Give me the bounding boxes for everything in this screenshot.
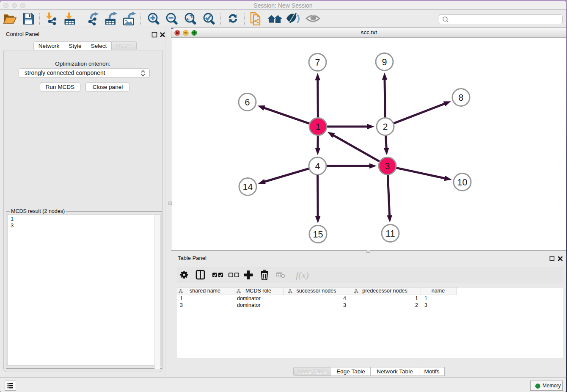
svg-text:9: 9 <box>382 57 387 67</box>
svg-text:6: 6 <box>245 97 250 108</box>
svg-text:f(x): f(x) <box>296 270 309 280</box>
svg-text:3: 3 <box>385 161 390 171</box>
svg-text:10: 10 <box>457 177 468 188</box>
svg-text:15: 15 <box>313 229 323 240</box>
svg-text:11: 11 <box>385 229 395 239</box>
svg-text:1: 1 <box>316 122 321 132</box>
svg-text:8: 8 <box>459 93 464 103</box>
svg-text:14: 14 <box>243 182 253 192</box>
svg-text:7: 7 <box>315 58 320 68</box>
svg-text:4: 4 <box>315 161 320 171</box>
svg-text:2: 2 <box>383 122 388 132</box>
